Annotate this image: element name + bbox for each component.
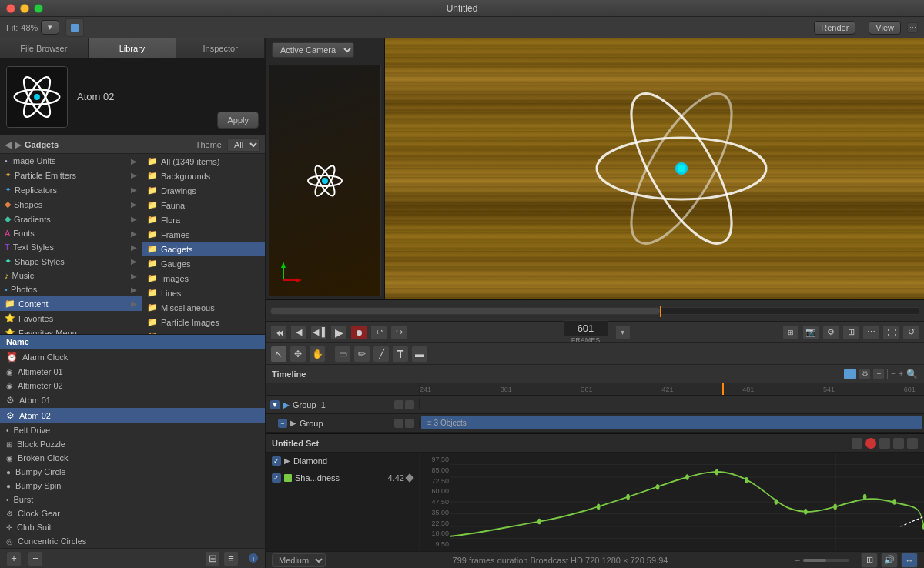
group1-lock[interactable] [405, 400, 414, 409]
minimize-button[interactable] [20, 4, 29, 13]
add-item-button[interactable]: + [6, 551, 22, 566]
zoom-in-icon[interactable]: + [852, 555, 858, 566]
cat-lines[interactable]: 📁 Lines [142, 286, 265, 300]
theme-dropdown[interactable]: All [227, 138, 260, 152]
pen-tool[interactable]: ✏ [353, 346, 370, 363]
camera-dropdown[interactable]: Active Camera [272, 42, 354, 58]
loop-forward-button[interactable]: ↪ [390, 325, 407, 340]
name-altimeter-02[interactable]: ◉ Altimeter 02 [0, 379, 265, 393]
cat-gauges[interactable]: 📁 Gauges [142, 256, 265, 271]
curve-delete-btn[interactable] [865, 438, 876, 449]
nav-back-arrow[interactable]: ◀ [5, 139, 12, 150]
diamond-check[interactable]: ✓ [272, 456, 281, 466]
remove-item-button[interactable]: − [28, 551, 43, 566]
hand-tool[interactable]: ✋ [309, 346, 326, 363]
list-view-button[interactable]: ≡ [223, 551, 239, 566]
cat-gadgets[interactable]: 📁 Gadgets [142, 242, 265, 256]
refresh-btn[interactable]: ↺ [902, 325, 919, 340]
status-btn1[interactable]: ⊞ [861, 553, 878, 568]
name-block-puzzle[interactable]: ⊞ Block Puzzle [0, 437, 265, 451]
cat-image-units[interactable]: ▪ Image Units ▶ [0, 154, 142, 168]
cat-fauna[interactable]: 📁 Fauna [142, 198, 265, 212]
cat-gradients[interactable]: ◆ Gradients ▶ [0, 212, 142, 226]
mask-tool[interactable]: ▬ [411, 346, 428, 363]
camera-selector[interactable]: Active Camera [266, 38, 384, 62]
name-atom-02[interactable]: ⚙ Atom 02 [0, 408, 265, 423]
cat-fonts[interactable]: A Fonts ▶ [0, 226, 142, 240]
rect-tool[interactable]: ▭ [334, 346, 351, 363]
window-controls[interactable] [6, 4, 43, 13]
prev-frame-button[interactable]: ◀ [290, 325, 307, 340]
select-tool[interactable]: ↖ [270, 346, 287, 363]
name-clock-gear[interactable]: ⚙ Clock Gear [0, 506, 265, 520]
group-lock[interactable] [405, 419, 414, 428]
settings-btn[interactable]: ⚙ [822, 325, 839, 340]
cat-images[interactable]: 📁 Images [142, 271, 265, 286]
goto-start-button[interactable]: ⏮ [270, 325, 287, 340]
timeline-zoom-out[interactable]: − [891, 369, 896, 378]
tab-library[interactable]: Library [89, 38, 177, 58]
status-btn2[interactable]: 🔊 [881, 553, 898, 568]
cat-content[interactable]: 📁 Content ▶ [0, 296, 142, 311]
timeline-zoom-in[interactable]: + [899, 369, 903, 378]
name-altimeter-01[interactable]: ◉ Altimeter 01 [0, 365, 265, 379]
cat-backgrounds[interactable]: 📁 Backgrounds [142, 169, 265, 183]
name-bumpy-circle[interactable]: ● Bumpy Circle [0, 465, 265, 479]
group1-vis[interactable] [394, 400, 403, 409]
nav-forward-arrow[interactable]: ▶ [15, 139, 22, 150]
group1-collapse[interactable]: ▼ [270, 400, 280, 409]
cat-frames[interactable]: 📁 Frames [142, 227, 265, 242]
quality-dropdown[interactable]: Medium [272, 553, 326, 567]
cat-drawings[interactable]: 📁 Drawings [142, 183, 265, 198]
move-tool[interactable]: ✥ [290, 346, 306, 363]
name-bumpy-spin[interactable]: ● Bumpy Spin [0, 479, 265, 493]
cat-favorites[interactable]: ⭐ Favorites [0, 311, 142, 326]
curve-options2[interactable] [879, 438, 890, 449]
curve-options1[interactable] [852, 438, 862, 449]
play-button[interactable]: ▶ [330, 325, 347, 340]
cat-particle-emitters[interactable]: ✦ Particle Emitters ▶ [0, 168, 142, 182]
name-burst[interactable]: • Burst [0, 493, 265, 506]
render-button[interactable]: Render [814, 21, 855, 35]
group-collapse[interactable]: − [278, 419, 287, 428]
camera-icon-btn[interactable]: 📷 [802, 325, 819, 340]
sharpness-check[interactable]: ✓ [272, 473, 281, 483]
tab-inspector[interactable]: Inspector [176, 38, 265, 58]
grid-btn[interactable]: ⊞ [842, 325, 859, 340]
frames-dropdown-btn[interactable]: ▾ [615, 325, 631, 340]
loop-back-button[interactable]: ↩ [370, 325, 387, 340]
cat-shape-styles[interactable]: ✦ Shape Styles ▶ [0, 254, 142, 269]
name-atom-01[interactable]: ⚙ Atom 01 [0, 393, 265, 408]
fit-dropdown[interactable]: ▾ [41, 20, 59, 35]
status-btn3[interactable]: ↔ [901, 553, 918, 568]
more-btn[interactable]: ⋯ [862, 325, 879, 340]
cat-all-items[interactable]: 📁 All (1349 items) [142, 154, 265, 169]
timeline-add-btn[interactable]: + [873, 369, 884, 379]
zoom-slider[interactable] [803, 559, 849, 562]
cat-photos[interactable]: ▪ Photos ▶ [0, 282, 142, 296]
name-belt-drive[interactable]: • Belt Drive [0, 423, 265, 437]
info-button[interactable]: i [248, 553, 259, 565]
cat-shapes[interactable]: ◆ Shapes ▶ [0, 197, 142, 212]
play-back-button[interactable]: ◀▐ [310, 325, 327, 340]
tab-file-browser[interactable]: File Browser [0, 38, 89, 58]
apply-button[interactable]: Apply [217, 112, 259, 129]
cat-favorites-menu[interactable]: ⭐ Favorites Menu [0, 326, 142, 334]
frames-value[interactable]: 601 [563, 320, 609, 336]
curve-options4[interactable] [907, 438, 918, 449]
name-broken-clock[interactable]: ◉ Broken Clock [0, 451, 265, 465]
cat-text-styles[interactable]: T Text Styles ▶ [0, 240, 142, 254]
cat-particle-images[interactable]: 📁 Particle Images [142, 315, 265, 329]
cat-replicators[interactable]: ✦ Replicators ▶ [0, 182, 142, 197]
group-vis[interactable] [394, 419, 403, 428]
name-alarm-clock[interactable]: ⏰ Alarm Clock [0, 349, 265, 365]
color-picker-btn[interactable] [65, 18, 84, 37]
view-options-btn2[interactable]: ⊞ [782, 325, 799, 340]
name-concentric-circles[interactable]: ◎ Concentric Circles [0, 534, 265, 548]
grid-view-button[interactable]: ⊞ [205, 551, 220, 566]
paint-tool[interactable]: ╱ [373, 346, 390, 363]
name-club-suit[interactable]: ✛ Club Suit [0, 520, 265, 534]
quality-selector[interactable]: Medium [272, 553, 326, 567]
cat-flora[interactable]: 📁 Flora [142, 212, 265, 227]
view-button[interactable]: View [869, 21, 901, 35]
